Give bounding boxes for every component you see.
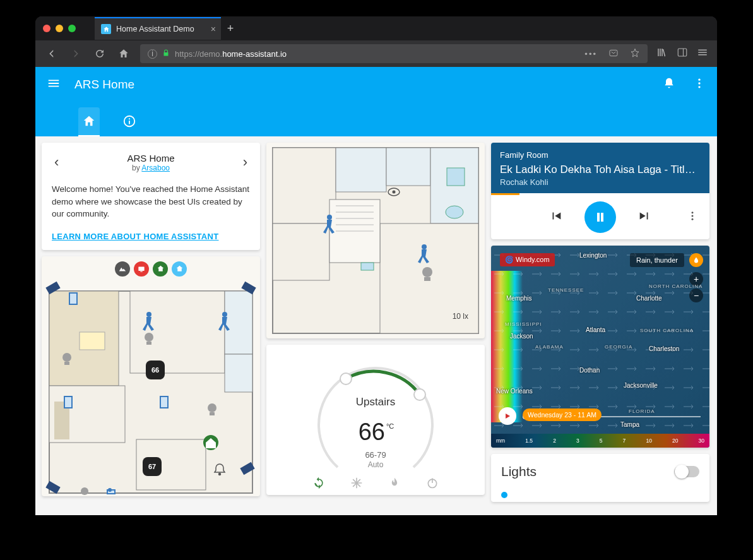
page-content: ARS Home ‹ ARS Home by [35,67,717,515]
tab-info[interactable] [119,107,140,136]
svg-point-62 [340,373,352,384]
welcome-byline: by Arsaboo [127,164,174,172]
svg-point-29 [222,312,227,317]
dashboard-tabs [35,102,717,136]
svg-rect-15 [225,354,252,392]
toolbar-right [656,47,708,61]
hvac-auto-icon[interactable] [312,476,326,490]
media-pause-button[interactable] [584,201,616,233]
city-label: Jackson [510,333,533,340]
city-label: New Orleans [496,388,533,395]
city-label: Atlanta [586,326,605,333]
media-prev-icon[interactable] [549,209,563,225]
svg-point-68 [692,218,694,220]
welcome-body: Welcome home! You've reached the Home As… [52,183,250,220]
svg-point-67 [692,215,694,217]
overflow-icon[interactable] [693,77,706,92]
next-button[interactable]: › [240,152,250,173]
lights-master-toggle[interactable] [674,466,699,477]
floorplan-main-card[interactable]: 66 67 [42,256,260,496]
svg-point-59 [393,191,396,194]
maximize-window[interactable] [68,25,76,32]
media-overflow-icon[interactable] [687,210,698,224]
svg-rect-32 [146,342,151,345]
badge-house-icon[interactable] [172,261,187,277]
weather-map-card[interactable]: 🌀 Windy.com Rain, thunder + − Lexington … [491,246,709,448]
map-play-button[interactable] [499,407,516,425]
zoom-out-button[interactable]: − [689,289,703,302]
notifications-icon[interactable] [663,77,675,92]
sidebar-icon[interactable] [677,47,688,61]
close-window[interactable] [43,25,50,32]
prev-button[interactable]: ‹ [52,152,61,173]
svg-point-35 [208,403,216,412]
svg-point-4 [698,82,700,84]
svg-point-37 [81,487,88,495]
hvac-heat-icon[interactable] [388,476,401,490]
svg-rect-8 [129,121,130,124]
map-provider[interactable]: 🌀 Windy.com [500,253,555,266]
learn-more-link[interactable]: LEARN MORE ABOUT HOME ASSISTANT [52,232,250,241]
svg-rect-19 [80,332,105,350]
svg-rect-55 [361,263,374,270]
hvac-cool-icon[interactable] [350,476,364,490]
lights-card: Lights [491,454,709,502]
svg-point-53 [446,206,463,218]
new-tab-button[interactable]: + [221,22,240,35]
address-bar[interactable]: i https://demo.home-assistant.io ••• [140,44,648,63]
minimize-window[interactable] [56,25,63,32]
svg-rect-42 [336,148,386,192]
svg-rect-1 [678,49,687,56]
badge-mountain-icon[interactable] [115,261,130,277]
svg-rect-9 [138,266,144,270]
floorplan-upper-card[interactable]: 10 lx [266,143,485,338]
reload-button[interactable] [92,46,107,61]
toolbar: i https://demo.home-assistant.io ••• [35,40,717,67]
close-tab-icon[interactable]: × [211,24,216,34]
map-layer-label[interactable]: Rain, thunder [630,253,684,267]
app-menu-icon[interactable] [697,47,708,61]
thermostat-card[interactable]: Upstairs 66°C 66-79 Auto [266,345,485,495]
media-room: Family Room [500,150,701,160]
media-next-icon[interactable] [637,209,651,225]
back-button[interactable] [44,46,59,61]
city-label: Charlotte [636,295,662,302]
city-label: Lexington [579,252,607,259]
badge-home-icon[interactable] [153,261,168,277]
state-label: TENNESSEE [548,287,584,293]
library-icon[interactable] [656,47,668,61]
light-entity-dot[interactable] [501,492,507,498]
svg-point-60 [422,267,432,277]
tab-bar: Home Assistant Demo × + [35,16,717,40]
author-link[interactable]: Arsaboo [141,164,170,172]
browser-window: Home Assistant Demo × + i https://demo.h… [35,16,717,515]
ha-header: ARS Home [35,67,717,136]
tab-home[interactable] [78,107,100,136]
forward-button[interactable] [68,46,83,61]
thermostat-chip-2[interactable]: 67 [143,457,162,476]
layer-picker-icon[interactable] [689,253,703,267]
site-info-icon[interactable]: i [148,49,157,59]
bookmark-icon[interactable] [630,48,640,60]
dashboard-grid: ‹ ARS Home by Arsaboo › Welcome home! Yo… [35,136,717,508]
svg-rect-13 [130,291,225,373]
svg-point-28 [146,312,151,317]
svg-rect-24 [69,293,77,304]
menu-icon[interactable] [47,76,61,93]
thermostat-range: 66-79 [309,450,442,460]
favicon-icon [101,24,111,34]
window-controls [43,25,95,32]
media-title: Ek Ladki Ko Dekha Toh Aisa Laga - Title… [500,164,701,176]
tracking-icon[interactable]: ••• [584,49,597,59]
welcome-title: ARS Home [127,153,174,164]
svg-rect-54 [447,168,465,186]
hvac-off-icon[interactable] [425,476,439,490]
reader-icon[interactable] [608,48,619,60]
city-label: Jacksonville [624,382,658,389]
badge-tv-icon[interactable] [134,261,149,277]
thermostat-chip-1[interactable]: 66 [146,360,165,379]
svg-point-30 [108,488,112,492]
browser-tab[interactable]: Home Assistant Demo × [95,17,221,40]
home-button[interactable] [116,46,131,61]
state-label: FLORIDA [629,408,655,414]
